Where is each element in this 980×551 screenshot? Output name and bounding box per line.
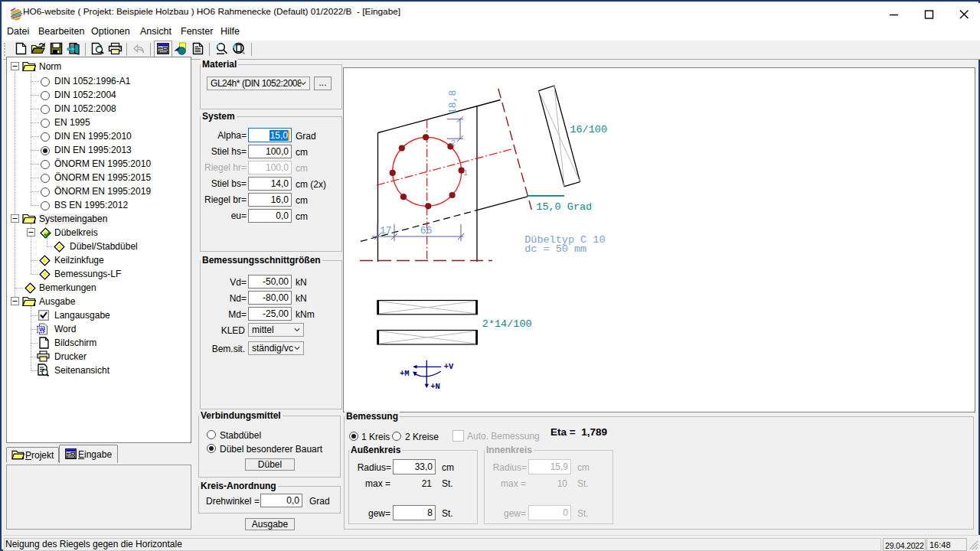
svg-text:+V: +V [444, 362, 454, 371]
svg-text:1: 1 [463, 169, 468, 178]
svg-text:2*14/100: 2*14/100 [482, 318, 532, 330]
svg-text:dc = 50 mm: dc = 50 mm [524, 243, 586, 255]
svg-text:66: 66 [420, 225, 433, 236]
svg-text:+N: +N [430, 382, 440, 391]
svg-text:16/100: 16/100 [570, 124, 607, 135]
svg-text:W: W [39, 326, 45, 333]
svg-text:+M: +M [400, 369, 410, 378]
svg-text:15,0 Grad: 15,0 Grad [536, 201, 592, 213]
svg-text:17: 17 [380, 225, 392, 236]
svg-text:2: 2 [451, 139, 456, 148]
svg-text:18,8: 18,8 [447, 90, 459, 114]
